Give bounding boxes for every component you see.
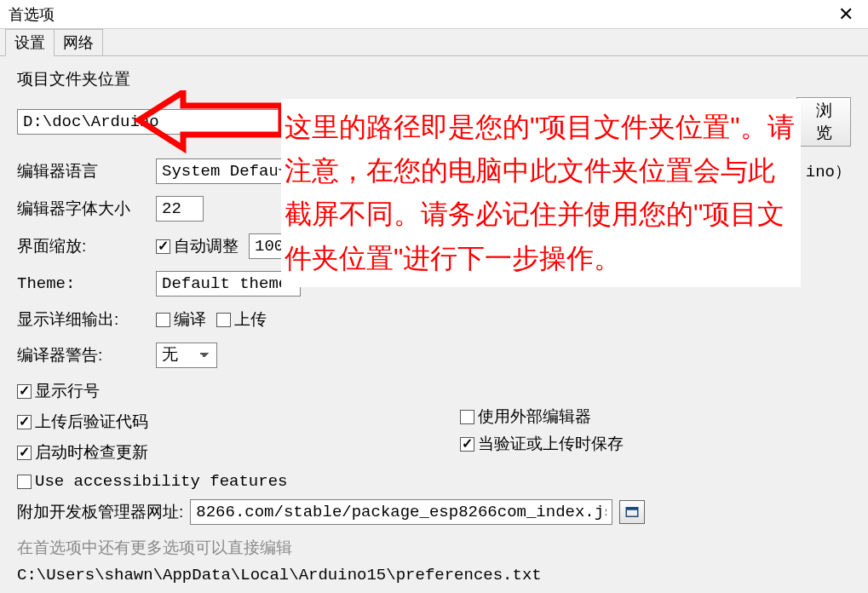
scale-input[interactable]	[249, 233, 296, 259]
accessibility-checkbox-wrap[interactable]: Use accessibility features	[17, 472, 851, 491]
save-on-verify-label: 当验证或上传时保存	[478, 433, 624, 455]
line-numbers-label: 显示行号	[35, 380, 100, 402]
close-icon[interactable]: ✕	[827, 0, 865, 29]
auto-adjust-checkbox-wrap[interactable]: 自动调整	[156, 235, 239, 257]
interface-scale-row: 界面缩放: 自动调整	[17, 233, 851, 259]
sketchbook-location-label: 项目文件夹位置	[17, 68, 851, 90]
titlebar: 首选项 ✕	[0, 0, 868, 29]
verify-upload-checkbox[interactable]	[17, 415, 32, 429]
upload-checkbox[interactable]	[216, 313, 231, 327]
line-numbers-checkbox[interactable]	[17, 384, 32, 399]
restart-note: ino）	[806, 160, 851, 182]
auto-adjust-label: 自动调整	[174, 235, 239, 257]
warnings-row: 编译器警告: 无	[17, 343, 851, 368]
upload-checkbox-wrap[interactable]: 上传	[216, 308, 267, 331]
external-editor-label: 使用外部编辑器	[478, 406, 591, 428]
language-select[interactable]: System Default	[156, 158, 296, 184]
interface-scale-label: 界面缩放:	[17, 235, 146, 257]
tab-settings[interactable]: 设置	[5, 29, 55, 56]
editor-language-row: 编辑器语言 System Default ino）	[17, 158, 851, 184]
editor-language-label: 编辑器语言	[17, 160, 146, 182]
check-updates-checkbox-wrap[interactable]: 启动时检查更新	[17, 441, 851, 463]
warnings-select[interactable]: 无	[156, 343, 217, 368]
window-title: 首选项	[9, 4, 55, 25]
check-updates-checkbox[interactable]	[17, 446, 32, 460]
tabs: 设置 网络	[0, 29, 868, 56]
verbose-row: 显示详细输出: 编译 上传	[17, 308, 851, 331]
font-size-label: 编辑器字体大小	[17, 198, 146, 220]
warnings-label: 编译器警告:	[17, 344, 146, 366]
theme-row: Theme: Default theme	[17, 271, 851, 296]
boards-url-input[interactable]	[190, 499, 612, 525]
verify-upload-label: 上传后验证代码	[35, 411, 148, 433]
sketchbook-path-input[interactable]	[17, 109, 779, 135]
line-numbers-checkbox-wrap[interactable]: 显示行号	[17, 380, 851, 402]
external-editor-checkbox-wrap[interactable]: 使用外部编辑器	[460, 406, 591, 428]
save-on-verify-checkbox[interactable]	[460, 437, 474, 452]
upload-label: 上传	[234, 308, 267, 331]
external-editor-checkbox[interactable]	[460, 410, 474, 424]
tab-network[interactable]: 网络	[54, 29, 103, 56]
auto-adjust-checkbox[interactable]	[156, 239, 170, 254]
boards-url-label: 附加开发板管理器网址:	[17, 501, 183, 523]
more-prefs-note: 在首选项中还有更多选项可以直接编辑	[17, 537, 851, 559]
sketchbook-path-row: 浏览	[17, 97, 851, 147]
compile-checkbox-wrap[interactable]: 编译	[156, 308, 206, 331]
browse-button[interactable]: 浏览	[796, 97, 851, 147]
compile-checkbox[interactable]	[156, 313, 170, 327]
expand-urls-button[interactable]	[619, 500, 645, 524]
font-size-input[interactable]	[156, 196, 204, 222]
verbose-label: 显示详细输出:	[17, 308, 146, 331]
check-updates-label: 启动时检查更新	[35, 441, 148, 463]
theme-select[interactable]: Default theme	[156, 271, 301, 296]
prefs-file-path[interactable]: C:\Users\shawn\AppData\Local\Arduino15\p…	[17, 566, 851, 584]
tab-content: 项目文件夹位置 浏览 编辑器语言 System Default ino） 编辑器…	[0, 56, 868, 593]
svg-rect-1	[627, 508, 639, 510]
verify-upload-checkbox-wrap[interactable]: 上传后验证代码	[17, 411, 851, 433]
font-size-row: 编辑器字体大小	[17, 196, 851, 222]
options-list: 显示行号 上传后验证代码 使用外部编辑器 启动时检查更新 当验证或上传时保存 U…	[17, 380, 851, 491]
accessibility-checkbox[interactable]	[17, 475, 32, 489]
accessibility-label: Use accessibility features	[35, 472, 287, 491]
window-icon	[624, 504, 640, 520]
boards-url-row: 附加开发板管理器网址:	[17, 499, 851, 525]
theme-label: Theme:	[17, 274, 146, 293]
save-on-verify-checkbox-wrap[interactable]: 当验证或上传时保存	[460, 433, 624, 455]
compile-label: 编译	[174, 308, 206, 331]
